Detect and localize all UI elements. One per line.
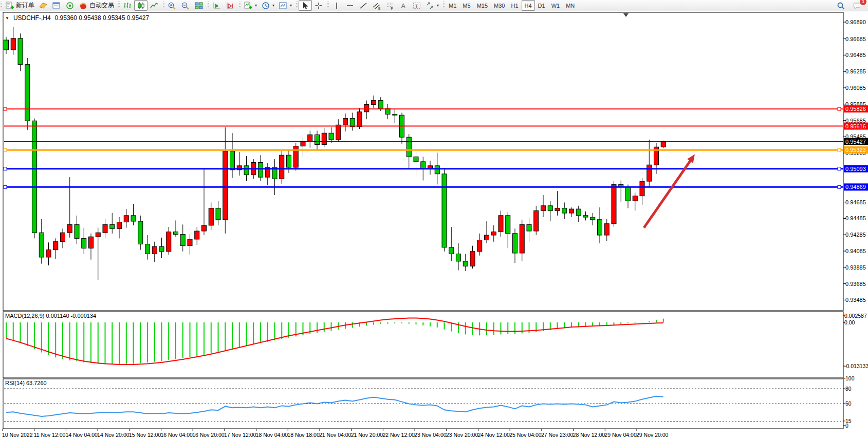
- tile-windows-button[interactable]: [192, 0, 206, 11]
- vline-icon: [332, 2, 341, 10]
- price-tick-label: 0.94085: [845, 248, 866, 254]
- timeframe-button-H1[interactable]: H1: [508, 0, 521, 11]
- time-tick-label: 18 Nov 04:00: [256, 432, 288, 438]
- bull-candle-body: [117, 222, 122, 229]
- price-tick-label: 0.96285: [845, 68, 866, 74]
- bull-candle-body: [11, 39, 15, 50]
- bear-candle-body: [421, 162, 426, 169]
- timeframe-group: M1M5M15M30H1H4D1W1MN: [442, 0, 579, 11]
- macd-pane[interactable]: [3, 312, 843, 378]
- line-anchor-left[interactable]: [4, 167, 7, 170]
- bear-candle-body: [25, 65, 30, 121]
- rsi-axis-label: 50: [845, 400, 852, 407]
- bear-candle-body: [583, 216, 588, 217]
- line-anchor-right[interactable]: [838, 185, 841, 188]
- timeframe-button-M5[interactable]: M5: [459, 0, 473, 11]
- bull-candle-body: [661, 142, 666, 147]
- crosshair-button[interactable]: [312, 0, 325, 11]
- line-anchor-left[interactable]: [4, 185, 7, 188]
- time-tick-label: 10 Nov 2022: [2, 432, 33, 438]
- indicators-button[interactable]: ▾: [242, 0, 259, 11]
- data-window-button[interactable]: [50, 0, 63, 11]
- chevron-down-icon[interactable]: ▾: [437, 3, 439, 8]
- zoom-out-button[interactable]: [179, 0, 192, 11]
- bull-candle-body: [555, 208, 560, 211]
- bull-candle-body: [96, 233, 100, 237]
- hline-button[interactable]: [343, 0, 357, 11]
- chevron-down-icon[interactable]: ▾: [290, 3, 292, 8]
- bear-candle-body: [230, 151, 235, 170]
- navigator-button[interactable]: [63, 0, 77, 11]
- price-label-chip: 0.94869: [844, 183, 868, 190]
- text-icon: A: [399, 2, 408, 10]
- macd-axis-label: 0.002587: [844, 313, 867, 319]
- line-anchor-right[interactable]: [838, 148, 841, 151]
- text-button[interactable]: A: [397, 0, 410, 11]
- candlestick-button[interactable]: [134, 0, 147, 11]
- bull-candle-body: [209, 208, 213, 225]
- bear-candle-body: [75, 224, 79, 238]
- bull-candle-body: [46, 250, 51, 257]
- bull-candle-body: [498, 216, 503, 232]
- candlestick-chart-canvas[interactable]: 0.968900.966850.964850.962850.960850.958…: [0, 11, 868, 441]
- time-axis[interactable]: 10 Nov 202211 Nov 12:0014 Nov 04:0014 No…: [2, 429, 669, 438]
- ticker-button[interactable]: [36, 0, 50, 11]
- bear-candle-body: [393, 114, 397, 116]
- rsi-axis-label: 0: [845, 423, 848, 429]
- bear-candle-body: [258, 162, 263, 177]
- time-tick-label: 22 Nov 12:00: [382, 432, 415, 438]
- new-order-button[interactable]: 新订单: [3, 0, 36, 11]
- button-label: 新订单: [16, 1, 34, 10]
- price-tick-label: 0.93485: [845, 297, 866, 303]
- shapes-button[interactable]: ▾: [423, 0, 441, 11]
- line-anchor-right[interactable]: [838, 167, 841, 170]
- line-anchor-left[interactable]: [4, 148, 7, 151]
- toolbar-group: ▾▾▾: [238, 0, 296, 11]
- svg-text:A: A: [401, 2, 406, 9]
- label-button[interactable]: T: [410, 0, 423, 11]
- autotrading-icon: [79, 2, 88, 10]
- trendline-button[interactable]: [357, 0, 370, 11]
- timeframe-button-W1[interactable]: W1: [548, 0, 563, 11]
- bear-candle-body: [315, 135, 320, 144]
- timeframe-button-D1[interactable]: D1: [535, 0, 548, 11]
- search-button[interactable]: [834, 0, 847, 11]
- bear-candle-body: [456, 254, 461, 261]
- autotrading-button[interactable]: 自动交易: [77, 0, 116, 11]
- collapse-arrow-icon[interactable]: ▼: [5, 16, 9, 21]
- bull-candle-body: [124, 216, 128, 222]
- timeframe-button-M15[interactable]: M15: [474, 0, 491, 11]
- periods-button[interactable]: ▾: [259, 0, 276, 11]
- time-tick-label: 11 Nov 12:00: [34, 432, 66, 438]
- bear-candle-body: [145, 244, 150, 254]
- crosshair-icon: [314, 2, 323, 10]
- cursor-button[interactable]: [299, 0, 312, 11]
- bull-candle-body: [612, 184, 616, 223]
- line-anchor-left[interactable]: [4, 107, 7, 110]
- line-anchor-right[interactable]: [838, 107, 841, 110]
- timeframe-button-MN[interactable]: MN: [563, 0, 578, 11]
- templates-button[interactable]: ▾: [276, 0, 294, 11]
- candle: [612, 181, 616, 227]
- timeframe-button-M1[interactable]: M1: [446, 0, 459, 11]
- auto-scroll-button[interactable]: [210, 0, 224, 11]
- chevron-down-icon[interactable]: ▾: [255, 3, 257, 8]
- channel-button[interactable]: E: [370, 0, 383, 11]
- bear-candle-body: [378, 101, 383, 109]
- bear-candle-body: [513, 234, 518, 253]
- chart-shift-button[interactable]: [224, 0, 237, 11]
- templates-icon: [279, 2, 288, 10]
- bar-chart-button[interactable]: [121, 0, 134, 11]
- line-chart-button[interactable]: [147, 0, 161, 11]
- timeframe-button-M30[interactable]: M30: [491, 0, 508, 11]
- price-axis[interactable]: 0.968900.966850.964850.962850.960850.958…: [843, 19, 868, 429]
- fibonacci-button[interactable]: F: [383, 0, 397, 11]
- chip-text: 0.94869: [845, 184, 866, 190]
- timeframe-button-H4[interactable]: H4: [522, 0, 535, 11]
- time-tick-label: 29 Nov 04:00: [604, 432, 637, 438]
- chat-button[interactable]: 1: [851, 0, 864, 11]
- zoom-in-button[interactable]: [165, 0, 179, 11]
- chevron-down-icon[interactable]: ▾: [272, 3, 274, 8]
- vline-button[interactable]: [330, 0, 343, 11]
- bull-candle-body: [103, 224, 107, 233]
